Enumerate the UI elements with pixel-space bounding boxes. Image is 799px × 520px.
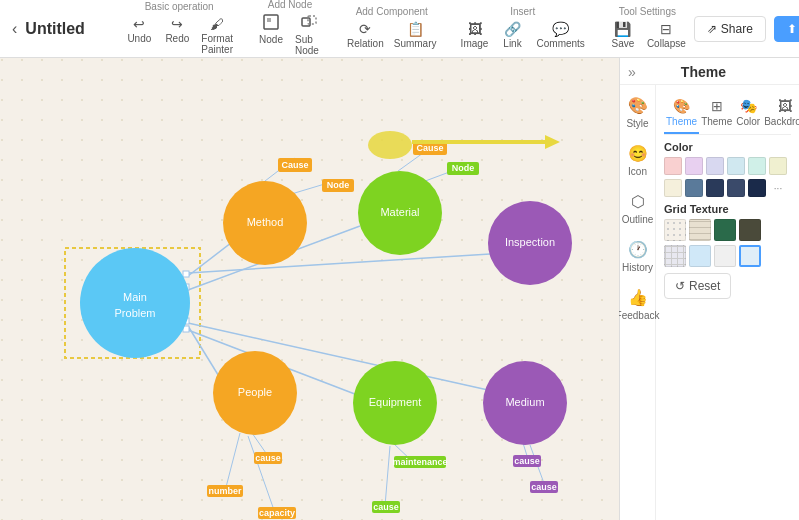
svg-point-39 xyxy=(353,361,437,445)
sidebar-inner: 🎨 Style 😊 Icon ⬡ Outline 🕐 History 👍 xyxy=(620,85,799,520)
icon-label: Icon xyxy=(628,166,647,177)
texture-grid-1 xyxy=(664,219,791,241)
link-button[interactable]: 🔗 Link xyxy=(495,19,531,51)
save-label: Save xyxy=(611,38,634,49)
color-grid-2: ··· xyxy=(664,179,791,197)
tab-color-label: Color xyxy=(736,116,760,127)
style-label: Style xyxy=(626,118,648,129)
collapse-icon: ⊟ xyxy=(660,21,672,37)
add-component-group: Add Component ⟳ Relation 📋 Summary xyxy=(343,6,441,51)
add-node-buttons: Node Sub Node xyxy=(253,12,327,58)
save-icon: 💾 xyxy=(614,21,631,37)
history-label: History xyxy=(622,262,653,273)
export-icon: ⬆ xyxy=(787,22,797,36)
save-button[interactable]: 💾 Save xyxy=(605,19,641,51)
grid-texture-label: Grid Texture xyxy=(664,203,791,215)
backdrop-glyph: 🖼 xyxy=(778,98,792,114)
svg-point-31 xyxy=(223,181,307,265)
panel-title: Theme xyxy=(681,64,726,80)
tab-backdrop[interactable]: 🖼 Backdrop xyxy=(762,93,799,134)
color-grid-1 xyxy=(664,157,791,175)
basic-operation-group: Basic operation ↩ Undo ↪ Redo 🖌 Format P… xyxy=(121,1,237,57)
color-swatch-navy1[interactable] xyxy=(706,179,724,197)
tool-settings-label: Tool Settings xyxy=(619,6,676,17)
tool-settings-group: Tool Settings 💾 Save ⊟ Collapse xyxy=(605,6,690,51)
svg-text:Cause: Cause xyxy=(416,143,443,153)
relation-label: Relation xyxy=(347,38,384,49)
texture-dark[interactable] xyxy=(739,219,761,241)
color-swatch-periwinkle[interactable] xyxy=(706,157,724,175)
svg-text:number: number xyxy=(208,486,242,496)
relation-button[interactable]: ⟳ Relation xyxy=(343,19,388,51)
color-swatch-mint[interactable] xyxy=(748,157,766,175)
add-node-label: Add Node xyxy=(268,0,312,10)
tab-theme-grid[interactable]: ⊞ Theme xyxy=(699,93,734,134)
outline-icon-item[interactable]: ⬡ Outline xyxy=(622,189,654,225)
texture-blue-light[interactable] xyxy=(689,245,711,267)
tab-color[interactable]: 🎭 Color xyxy=(734,93,762,134)
node-icon xyxy=(263,14,279,33)
texture-light-grid[interactable] xyxy=(664,245,686,267)
sidebar-icon-strip: 🎨 Style 😊 Icon ⬡ Outline 🕐 History 👍 xyxy=(620,85,656,520)
comments-button[interactable]: 💬 Comments xyxy=(533,19,589,51)
image-button[interactable]: 🖼 Image xyxy=(457,19,493,51)
collapse-button[interactable]: ⊟ Collapse xyxy=(643,19,690,51)
color-swatch-navy3[interactable] xyxy=(748,179,766,197)
summary-label: Summary xyxy=(394,38,437,49)
relation-icon: ⟳ xyxy=(359,21,371,37)
color-swatch-steel[interactable] xyxy=(685,179,703,197)
svg-text:cause: cause xyxy=(373,502,399,512)
icon-icon-item[interactable]: 😊 Icon xyxy=(626,141,650,177)
tab-theme-icon[interactable]: 🎨 Theme xyxy=(664,93,699,134)
sub-node-label: Sub Node xyxy=(295,34,323,56)
color-more-button[interactable]: ··· xyxy=(769,179,787,197)
texture-plain[interactable] xyxy=(714,245,736,267)
export-button[interactable]: ⬆ Export xyxy=(774,16,799,42)
reset-button[interactable]: ↺ Reset xyxy=(664,273,731,299)
redo-button[interactable]: ↪ Redo xyxy=(159,14,195,57)
svg-text:Cause: Cause xyxy=(281,160,308,170)
svg-rect-2 xyxy=(302,18,310,26)
outline-icon: ⬡ xyxy=(626,189,650,213)
summary-button[interactable]: 📋 Summary xyxy=(390,19,441,51)
feedback-label: Feedback xyxy=(616,310,660,321)
collapse-label: Collapse xyxy=(647,38,686,49)
expand-button[interactable]: » xyxy=(628,64,636,80)
svg-text:Node: Node xyxy=(452,163,475,173)
insert-buttons: 🖼 Image 🔗 Link 💬 Comments xyxy=(457,19,589,51)
canvas-area[interactable]: Main Problem Method Material Inspection … xyxy=(0,58,619,520)
document-title[interactable]: Untitled xyxy=(25,20,105,38)
svg-text:maintenance: maintenance xyxy=(392,457,447,467)
color-swatch-navy2[interactable] xyxy=(727,179,745,197)
back-button[interactable]: ‹ xyxy=(8,16,21,42)
svg-point-37 xyxy=(213,351,297,435)
sub-node-button[interactable]: Sub Node xyxy=(291,12,327,58)
color-swatch-cream[interactable] xyxy=(664,179,682,197)
tab-theme-grid-label: Theme xyxy=(701,116,732,127)
history-icon-item[interactable]: 🕐 History xyxy=(622,237,653,273)
svg-text:capacity: capacity xyxy=(259,508,295,518)
redo-label: Redo xyxy=(165,33,189,44)
texture-grid-2 xyxy=(664,245,791,267)
undo-button[interactable]: ↩ Undo xyxy=(121,14,157,57)
svg-rect-1 xyxy=(267,18,271,22)
add-comp-buttons: ⟳ Relation 📋 Summary xyxy=(343,19,441,51)
texture-green-solid[interactable] xyxy=(714,219,736,241)
color-swatch-pink[interactable] xyxy=(664,157,682,175)
texture-selected[interactable] xyxy=(739,245,761,267)
texture-lines[interactable] xyxy=(689,219,711,241)
texture-dots[interactable] xyxy=(664,219,686,241)
color-swatch-sky[interactable] xyxy=(727,157,745,175)
color-swatch-lavender[interactable] xyxy=(685,157,703,175)
style-icon-item[interactable]: 🎨 Style xyxy=(626,93,650,129)
feedback-icon-item[interactable]: 👍 Feedback xyxy=(616,285,660,321)
color-swatch-yellow[interactable] xyxy=(769,157,787,175)
image-icon: 🖼 xyxy=(468,21,482,37)
share-button[interactable]: ⇗ Share xyxy=(694,16,766,42)
link-icon: 🔗 xyxy=(504,21,521,37)
canvas-svg: Main Problem Method Material Inspection … xyxy=(0,58,619,520)
feedback-icon: 👍 xyxy=(626,285,650,309)
format-painter-button[interactable]: 🖌 Format Painter xyxy=(197,14,237,57)
share-icon: ⇗ xyxy=(707,22,717,36)
node-button[interactable]: Node xyxy=(253,12,289,58)
